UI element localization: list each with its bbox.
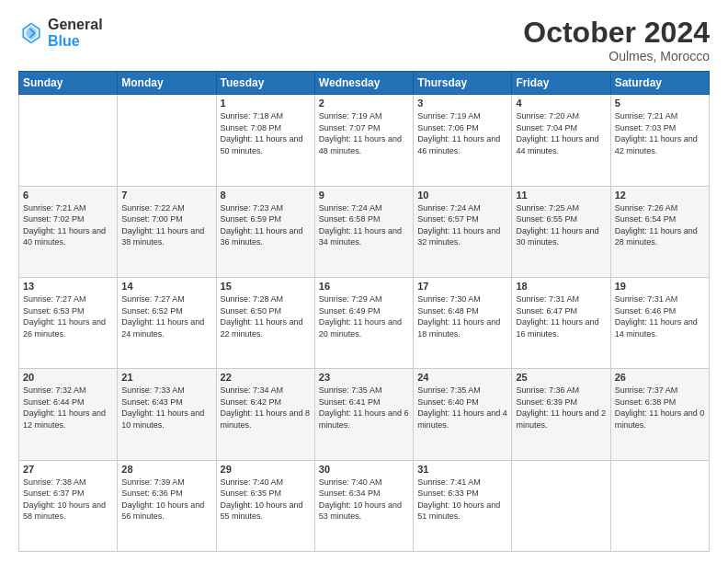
day-info: Sunrise: 7:24 AM Sunset: 6:58 PM Dayligh… [319,202,409,248]
day-info: Sunrise: 7:27 AM Sunset: 6:53 PM Dayligh… [23,293,113,339]
day-number: 2 [319,98,409,109]
calendar-cell: 12Sunrise: 7:26 AM Sunset: 6:54 PM Dayli… [610,186,709,277]
calendar-week-row: 1Sunrise: 7:18 AM Sunset: 7:08 PM Daylig… [19,95,710,186]
day-number: 10 [417,190,507,201]
calendar-cell: 22Sunrise: 7:34 AM Sunset: 6:42 PM Dayli… [216,369,314,460]
day-number: 24 [417,372,507,383]
calendar-cell: 30Sunrise: 7:40 AM Sunset: 6:34 PM Dayli… [314,460,413,551]
calendar-cell: 13Sunrise: 7:27 AM Sunset: 6:53 PM Dayli… [19,277,118,368]
day-info: Sunrise: 7:35 AM Sunset: 6:41 PM Dayligh… [319,385,409,431]
day-info: Sunrise: 7:21 AM Sunset: 7:03 PM Dayligh… [615,110,705,156]
day-number: 5 [615,98,705,109]
day-number: 17 [417,281,507,292]
day-info: Sunrise: 7:38 AM Sunset: 6:37 PM Dayligh… [23,477,113,523]
calendar-day-header: Wednesday [314,72,413,95]
day-number: 8 [221,190,311,201]
calendar-cell [19,95,118,186]
calendar-cell: 24Sunrise: 7:35 AM Sunset: 6:40 PM Dayli… [414,369,512,460]
calendar-day-header: Sunday [19,72,118,95]
day-info: Sunrise: 7:29 AM Sunset: 6:49 PM Dayligh… [319,293,409,339]
calendar-cell: 23Sunrise: 7:35 AM Sunset: 6:41 PM Dayli… [314,369,413,460]
day-info: Sunrise: 7:36 AM Sunset: 6:39 PM Dayligh… [516,385,606,431]
day-number: 6 [23,190,113,201]
day-number: 28 [121,464,211,475]
day-number: 1 [221,98,311,109]
calendar-cell: 31Sunrise: 7:41 AM Sunset: 6:33 PM Dayli… [414,460,512,551]
day-info: Sunrise: 7:35 AM Sunset: 6:40 PM Dayligh… [417,385,507,431]
day-info: Sunrise: 7:22 AM Sunset: 7:00 PM Dayligh… [121,202,211,248]
day-number: 11 [516,190,606,201]
day-number: 29 [221,464,311,475]
calendar-cell [512,460,610,551]
day-info: Sunrise: 7:26 AM Sunset: 6:54 PM Dayligh… [615,202,705,248]
day-info: Sunrise: 7:18 AM Sunset: 7:08 PM Dayligh… [221,110,311,156]
day-info: Sunrise: 7:25 AM Sunset: 6:55 PM Dayligh… [516,202,606,248]
logo: General Blue [18,17,103,49]
calendar-cell: 17Sunrise: 7:30 AM Sunset: 6:48 PM Dayli… [414,277,512,368]
calendar-cell: 7Sunrise: 7:22 AM Sunset: 7:00 PM Daylig… [118,186,216,277]
day-info: Sunrise: 7:19 AM Sunset: 7:07 PM Dayligh… [319,110,409,156]
day-number: 19 [615,281,705,292]
day-number: 16 [319,281,409,292]
calendar-cell: 19Sunrise: 7:31 AM Sunset: 6:46 PM Dayli… [610,277,709,368]
location: Oulmes, Morocco [523,49,710,63]
day-info: Sunrise: 7:34 AM Sunset: 6:42 PM Dayligh… [221,385,311,431]
day-number: 20 [23,372,113,383]
calendar-header-row: SundayMondayTuesdayWednesdayThursdayFrid… [19,72,710,95]
day-info: Sunrise: 7:33 AM Sunset: 6:43 PM Dayligh… [121,385,211,431]
day-info: Sunrise: 7:37 AM Sunset: 6:38 PM Dayligh… [615,385,705,431]
day-info: Sunrise: 7:41 AM Sunset: 6:33 PM Dayligh… [417,477,507,523]
day-number: 9 [319,190,409,201]
day-info: Sunrise: 7:21 AM Sunset: 7:02 PM Dayligh… [23,202,113,248]
day-info: Sunrise: 7:31 AM Sunset: 6:46 PM Dayligh… [615,293,705,339]
calendar-table: SundayMondayTuesdayWednesdayThursdayFrid… [18,71,710,552]
day-info: Sunrise: 7:28 AM Sunset: 6:50 PM Dayligh… [221,293,311,339]
day-number: 18 [516,281,606,292]
calendar-cell: 5Sunrise: 7:21 AM Sunset: 7:03 PM Daylig… [610,95,709,186]
calendar-week-row: 6Sunrise: 7:21 AM Sunset: 7:02 PM Daylig… [19,186,710,277]
day-number: 27 [23,464,113,475]
day-number: 4 [516,98,606,109]
day-info: Sunrise: 7:19 AM Sunset: 7:06 PM Dayligh… [417,110,507,156]
day-info: Sunrise: 7:32 AM Sunset: 6:44 PM Dayligh… [23,385,113,431]
day-number: 25 [516,372,606,383]
logo-text: General Blue [48,17,103,49]
day-info: Sunrise: 7:20 AM Sunset: 7:04 PM Dayligh… [516,110,606,156]
month-title: October 2024 [523,17,710,49]
logo-line2: Blue [48,33,103,50]
day-number: 23 [319,372,409,383]
day-info: Sunrise: 7:27 AM Sunset: 6:52 PM Dayligh… [121,293,211,339]
day-number: 13 [23,281,113,292]
day-number: 12 [615,190,705,201]
calendar-week-row: 20Sunrise: 7:32 AM Sunset: 6:44 PM Dayli… [19,369,710,460]
calendar-week-row: 27Sunrise: 7:38 AM Sunset: 6:37 PM Dayli… [19,460,710,551]
calendar-cell: 27Sunrise: 7:38 AM Sunset: 6:37 PM Dayli… [19,460,118,551]
calendar-cell: 4Sunrise: 7:20 AM Sunset: 7:04 PM Daylig… [512,95,610,186]
calendar-cell: 16Sunrise: 7:29 AM Sunset: 6:49 PM Dayli… [314,277,413,368]
calendar-cell [118,95,216,186]
calendar-day-header: Tuesday [216,72,314,95]
calendar-cell: 8Sunrise: 7:23 AM Sunset: 6:59 PM Daylig… [216,186,314,277]
calendar-cell: 25Sunrise: 7:36 AM Sunset: 6:39 PM Dayli… [512,369,610,460]
header: General Blue October 2024 Oulmes, Morocc… [18,17,710,63]
calendar-day-header: Thursday [414,72,512,95]
calendar-cell: 3Sunrise: 7:19 AM Sunset: 7:06 PM Daylig… [414,95,512,186]
title-block: October 2024 Oulmes, Morocco [523,17,710,63]
day-number: 30 [319,464,409,475]
calendar-cell: 18Sunrise: 7:31 AM Sunset: 6:47 PM Dayli… [512,277,610,368]
calendar-cell: 15Sunrise: 7:28 AM Sunset: 6:50 PM Dayli… [216,277,314,368]
calendar-cell: 21Sunrise: 7:33 AM Sunset: 6:43 PM Dayli… [118,369,216,460]
day-number: 7 [121,190,211,201]
day-info: Sunrise: 7:31 AM Sunset: 6:47 PM Dayligh… [516,293,606,339]
day-info: Sunrise: 7:30 AM Sunset: 6:48 PM Dayligh… [417,293,507,339]
day-number: 22 [221,372,311,383]
day-number: 3 [417,98,507,109]
day-number: 14 [121,281,211,292]
calendar-cell: 20Sunrise: 7:32 AM Sunset: 6:44 PM Dayli… [19,369,118,460]
logo-icon [18,20,44,46]
logo-line1: General [48,17,103,33]
calendar-cell: 14Sunrise: 7:27 AM Sunset: 6:52 PM Dayli… [118,277,216,368]
calendar-day-header: Saturday [610,72,709,95]
calendar-day-header: Friday [512,72,610,95]
calendar-cell: 1Sunrise: 7:18 AM Sunset: 7:08 PM Daylig… [216,95,314,186]
